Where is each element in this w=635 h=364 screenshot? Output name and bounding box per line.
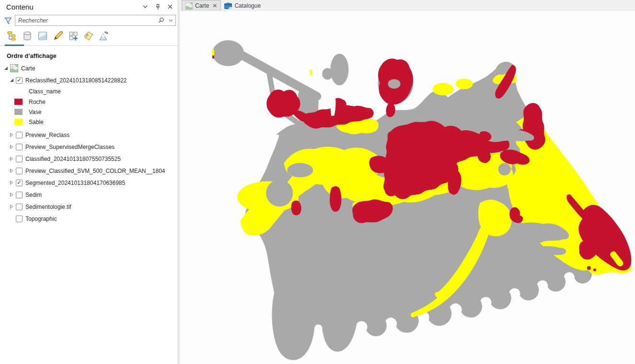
map-icon bbox=[10, 64, 18, 72]
expander-collapsed-icon[interactable] bbox=[8, 205, 15, 209]
list-by-data-source-button[interactable] bbox=[21, 30, 34, 42]
layer-checkbox[interactable] bbox=[16, 156, 23, 162]
layer-label: Sedim bbox=[25, 192, 42, 198]
list-by-labeling-button[interactable] bbox=[82, 30, 95, 42]
tree-item-layer[interactable]: Sedim bbox=[0, 189, 178, 201]
legend-swatch-roche bbox=[14, 99, 23, 105]
layer-label: Sedimentologie.tif bbox=[25, 204, 71, 210]
legend-swatch-sable bbox=[14, 119, 23, 125]
tree-item-layer[interactable]: Preview_SupervisedMergeClasses bbox=[0, 141, 178, 153]
expander-collapsed-icon[interactable] bbox=[8, 157, 15, 161]
chevron-down-icon[interactable] bbox=[141, 3, 149, 11]
tree-item-layer[interactable]: Reclassified_202410131808514228822 bbox=[0, 74, 178, 86]
search-row bbox=[0, 13, 178, 27]
list-by-editing-button[interactable] bbox=[52, 30, 64, 42]
layer-label: Segmented_202410131804170636985 bbox=[25, 180, 125, 186]
expander-expanded-icon[interactable] bbox=[2, 66, 9, 70]
expander-collapsed-icon[interactable] bbox=[8, 145, 15, 149]
tab-catalogue[interactable]: Catalogue bbox=[221, 0, 264, 11]
layer-checkbox[interactable] bbox=[16, 192, 23, 198]
search-icon[interactable] bbox=[156, 16, 166, 25]
search-box bbox=[15, 15, 176, 26]
legend-item-roche: Roche bbox=[0, 97, 178, 107]
layer-label: Preview_Reclass bbox=[25, 132, 69, 138]
search-input[interactable] bbox=[15, 17, 156, 24]
layer-label: Preview_SupervisedMergeClasses bbox=[25, 144, 115, 150]
list-by-drawing-order-button[interactable] bbox=[6, 30, 18, 42]
tab-label: Carte bbox=[195, 2, 209, 9]
tab-label: Catalogue bbox=[234, 2, 261, 9]
close-icon[interactable] bbox=[166, 3, 174, 11]
layer-checkbox[interactable] bbox=[16, 132, 23, 138]
arcgis-pro-window: Contenu bbox=[0, 0, 635, 364]
layer-checkbox[interactable] bbox=[16, 216, 23, 222]
list-by-snapping-button[interactable] bbox=[67, 30, 80, 42]
map-icon bbox=[185, 2, 193, 10]
panel-toolbar bbox=[0, 27, 178, 46]
legend-item-vase: Vase bbox=[0, 107, 178, 117]
layer-checkbox[interactable] bbox=[16, 168, 23, 174]
legend-label: Vase bbox=[29, 109, 41, 115]
tree-item-carte[interactable]: Carte bbox=[0, 62, 178, 74]
contents-panel: Contenu bbox=[0, 0, 178, 364]
layer-checkbox[interactable] bbox=[16, 204, 23, 210]
layer-checkbox[interactable] bbox=[16, 144, 23, 150]
tab-close-icon[interactable]: ✕ bbox=[212, 2, 217, 9]
pin-icon[interactable] bbox=[154, 3, 162, 11]
list-by-imagery-button[interactable] bbox=[98, 30, 110, 42]
expander-collapsed-icon[interactable] bbox=[8, 181, 15, 185]
expander-collapsed-icon[interactable] bbox=[8, 193, 15, 197]
raster-map bbox=[180, 11, 635, 364]
catalogue-icon bbox=[224, 2, 232, 9]
map-canvas[interactable] bbox=[180, 11, 635, 364]
tab-carte[interactable]: Carte ✕ bbox=[182, 0, 221, 11]
panel-title: Contenu bbox=[6, 3, 141, 11]
layer-tree: Carte Reclassified_202410131808514228822… bbox=[0, 62, 178, 225]
layer-label: Reclassified_202410131808514228822 bbox=[25, 77, 127, 84]
layer-label: Preview_Classified_SVM_500_COLOR_MEAN__1… bbox=[25, 168, 165, 174]
list-by-visibility-button[interactable] bbox=[36, 30, 49, 42]
layer-checkbox[interactable] bbox=[16, 180, 23, 186]
expander-collapsed-icon[interactable] bbox=[8, 133, 15, 137]
tree-item-layer[interactable]: Segmented_202410131804170636985 bbox=[0, 177, 178, 189]
search-options-chevron-icon[interactable] bbox=[166, 16, 175, 25]
tree-item-layer[interactable]: Preview_Reclass bbox=[0, 129, 178, 141]
tree-item-layer[interactable]: Classified_202410131807550735525 bbox=[0, 153, 178, 165]
view-tabbar: Carte ✕ Catalogue bbox=[180, 0, 635, 11]
map-view: Carte ✕ Catalogue bbox=[180, 0, 635, 364]
map-label: Carte bbox=[21, 65, 35, 72]
layer-checkbox[interactable] bbox=[16, 77, 23, 84]
filter-icon[interactable] bbox=[3, 15, 13, 26]
expander-collapsed-icon[interactable] bbox=[8, 169, 15, 173]
legend-field-name: Class_name bbox=[0, 86, 178, 97]
layer-label: Classified_202410131807550735525 bbox=[25, 156, 121, 162]
layer-label: Topographic bbox=[25, 216, 57, 222]
panel-header: Contenu bbox=[0, 0, 178, 13]
legend-label: Sable bbox=[29, 119, 44, 125]
expander-expanded-icon[interactable] bbox=[8, 78, 15, 82]
active-tab-underline bbox=[5, 45, 24, 46]
tree-item-layer[interactable]: Sedimentologie.tif bbox=[0, 201, 178, 213]
legend-label: Roche bbox=[29, 99, 46, 105]
tree-item-layer[interactable]: Topographic bbox=[0, 213, 178, 225]
display-order-title: Ordre d’affichage bbox=[0, 46, 178, 62]
tree-item-layer[interactable]: Preview_Classified_SVM_500_COLOR_MEAN__1… bbox=[0, 165, 178, 177]
legend-item-sable: Sable bbox=[0, 117, 178, 127]
legend-swatch-vase bbox=[14, 109, 23, 115]
